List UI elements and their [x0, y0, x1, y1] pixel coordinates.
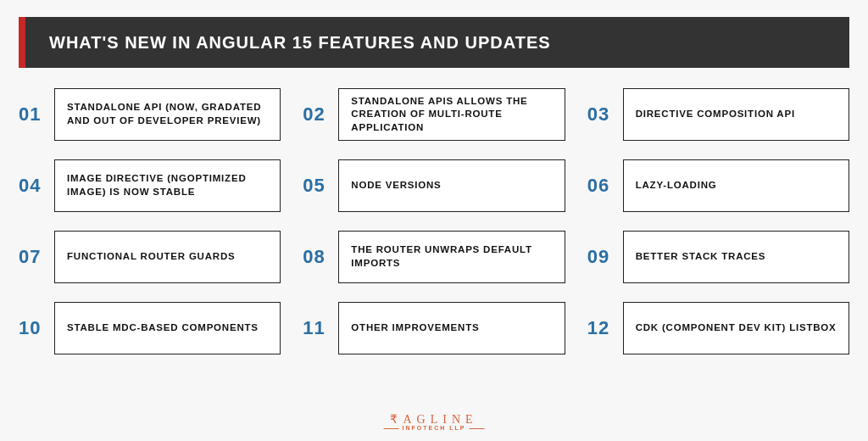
- brand-subtitle: INFOTECH LLP: [381, 425, 488, 431]
- feature-item: 12 CDK (COMPONENT DEV KIT) LISTBOX: [587, 302, 849, 354]
- feature-number: 05: [303, 159, 338, 212]
- feature-item: 10 STABLE MDC-BASED COMPONENTS: [19, 302, 281, 354]
- feature-item: 09 BETTER STACK TRACES: [587, 231, 849, 283]
- feature-number: 02: [303, 88, 338, 141]
- feature-item: 06 LAZY-LOADING: [587, 159, 849, 212]
- feature-label: OTHER IMPROVEMENTS: [338, 302, 565, 354]
- feature-item: 07 FUNCTIONAL ROUTER GUARDS: [19, 231, 281, 283]
- feature-item: 05 NODE VERSIONS: [303, 159, 565, 212]
- feature-item: 11 OTHER IMPROVEMENTS: [303, 302, 565, 354]
- feature-item: 04 IMAGE DIRECTIVE (NGOPTIMIZED IMAGE) I…: [19, 159, 281, 212]
- feature-label: DIRECTIVE COMPOSITION API: [623, 88, 849, 141]
- feature-label: STABLE MDC-BASED COMPONENTS: [54, 302, 281, 354]
- feature-number: 04: [19, 159, 54, 212]
- feature-label: NODE VERSIONS: [338, 159, 565, 212]
- title-accent: [19, 17, 25, 68]
- feature-item: 08 THE ROUTER UNWRAPS DEFAULT IMPORTS: [303, 231, 565, 283]
- title-bar: WHAT'S NEW IN ANGULAR 15 FEATURES AND UP…: [19, 17, 849, 68]
- feature-label: LAZY-LOADING: [623, 159, 849, 212]
- feature-number: 10: [19, 302, 54, 354]
- feature-label: BETTER STACK TRACES: [623, 231, 849, 283]
- feature-label: FUNCTIONAL ROUTER GUARDS: [54, 231, 281, 283]
- feature-number: 12: [587, 302, 623, 354]
- feature-number: 06: [587, 159, 623, 212]
- feature-label: STANDALONE APIS ALLOWS THE CREATION OF M…: [338, 88, 565, 141]
- feature-number: 01: [19, 88, 54, 141]
- features-grid: 01 STANDALONE API (NOW, GRADATED AND OUT…: [19, 88, 849, 354]
- feature-number: 09: [587, 231, 623, 283]
- feature-item: 01 STANDALONE API (NOW, GRADATED AND OUT…: [19, 88, 281, 141]
- feature-item: 02 STANDALONE APIS ALLOWS THE CREATION O…: [303, 88, 565, 141]
- feature-label: THE ROUTER UNWRAPS DEFAULT IMPORTS: [338, 231, 565, 283]
- footer-logo: ₹AGLINE INFOTECH LLP: [381, 412, 488, 431]
- feature-number: 03: [587, 88, 623, 141]
- feature-label: IMAGE DIRECTIVE (NGOPTIMIZED IMAGE) IS N…: [54, 159, 281, 212]
- page-title: WHAT'S NEW IN ANGULAR 15 FEATURES AND UP…: [49, 33, 551, 53]
- feature-number: 08: [303, 231, 338, 283]
- feature-label: CDK (COMPONENT DEV KIT) LISTBOX: [623, 302, 849, 354]
- feature-item: 03 DIRECTIVE COMPOSITION API: [587, 88, 849, 141]
- feature-number: 11: [303, 302, 338, 354]
- feature-number: 07: [19, 231, 54, 283]
- feature-label: STANDALONE API (NOW, GRADATED AND OUT OF…: [54, 88, 281, 141]
